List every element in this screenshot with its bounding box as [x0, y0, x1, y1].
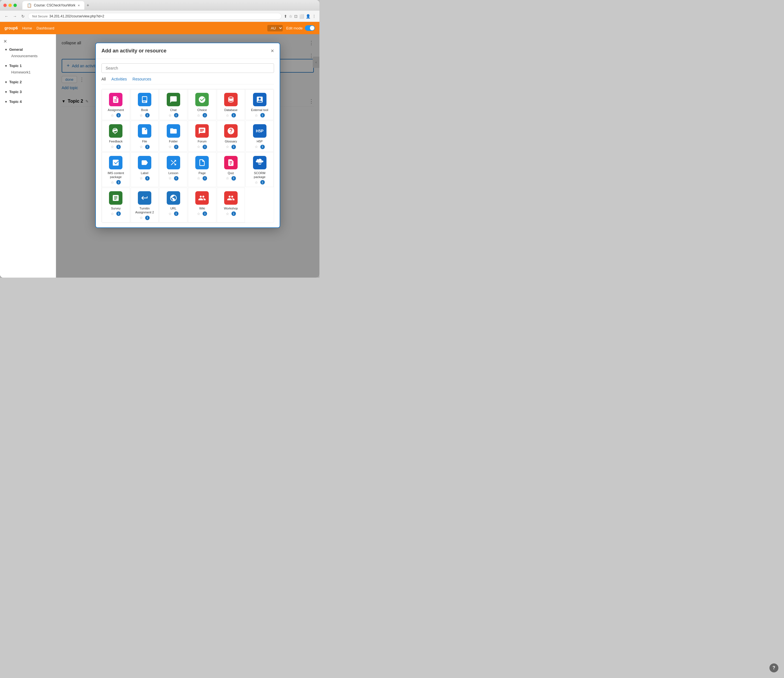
info-button[interactable]: i [202, 211, 207, 216]
info-button[interactable]: i [260, 113, 265, 117]
search-input[interactable] [101, 63, 274, 73]
info-button[interactable]: i [174, 113, 179, 117]
info-button[interactable]: i [145, 113, 149, 117]
sidebar-general-title[interactable]: ▼ General [5, 47, 51, 51]
info-button[interactable]: i [174, 211, 179, 216]
info-button[interactable]: i [260, 145, 265, 149]
star-button[interactable]: ☆ [140, 216, 143, 220]
star-button[interactable]: ☆ [255, 145, 258, 149]
star-button[interactable]: ☆ [111, 180, 114, 184]
fullscreen-traffic-light[interactable] [14, 4, 17, 7]
star-button[interactable]: ☆ [140, 145, 143, 149]
activity-item-choice[interactable]: Choice ☆ i [188, 89, 216, 120]
activity-item-page[interactable]: Page ☆ i [188, 152, 216, 187]
activity-item-label[interactable]: Label ☆ i [131, 152, 159, 187]
star-button[interactable]: ☆ [168, 145, 172, 149]
info-button[interactable]: i [202, 145, 207, 149]
info-button[interactable]: i [116, 180, 121, 184]
share-icon[interactable]: ⬆ [284, 14, 287, 19]
activity-item-url[interactable]: URL ☆ i [159, 188, 187, 223]
activity-item-wiki[interactable]: Wiki ☆ i [188, 188, 216, 223]
new-tab-button[interactable]: + [87, 3, 89, 8]
sidebar-topic2-title[interactable]: ▼ Topic 2 [5, 80, 51, 84]
star-button[interactable]: ☆ [226, 113, 229, 117]
modal-close-button[interactable]: × [271, 48, 274, 54]
activity-item-folder[interactable]: Folder ☆ i [159, 120, 187, 151]
sidebar-item-announcements[interactable]: Announcements [5, 53, 51, 59]
tab-resources[interactable]: Resources [132, 77, 151, 84]
info-button[interactable]: i [145, 145, 149, 149]
menu-icon[interactable]: ⋮ [312, 14, 316, 19]
reload-button[interactable]: ↻ [20, 13, 26, 20]
activity-item-feedback[interactable]: Feedback ☆ i [102, 120, 130, 151]
activity-item-workshop[interactable]: Workshop ☆ i [217, 188, 245, 223]
sidebar-topic3-title[interactable]: ▼ Topic 3 [5, 90, 51, 94]
avatar-icon[interactable]: 👤 [306, 14, 311, 19]
star-button[interactable]: ☆ [197, 113, 200, 117]
star-button[interactable]: ☆ [111, 113, 114, 117]
info-button[interactable]: i [202, 113, 207, 117]
close-traffic-light[interactable] [3, 4, 7, 7]
star-button[interactable]: ☆ [197, 212, 200, 216]
star-button[interactable]: ☆ [226, 212, 229, 216]
info-button[interactable]: i [116, 211, 121, 216]
info-button[interactable]: i [174, 176, 179, 181]
star-button[interactable]: ☆ [255, 113, 258, 117]
tab-close-button[interactable]: ✕ [78, 4, 80, 7]
activity-item-file[interactable]: File ☆ i [131, 120, 159, 151]
bookmark-icon[interactable]: ☆ [289, 14, 292, 19]
star-button[interactable]: ☆ [226, 145, 229, 149]
info-button[interactable]: i [116, 113, 121, 117]
tab-activities[interactable]: Activities [112, 77, 127, 84]
activity-item-ims-content-package[interactable]: IMS content package ☆ i [102, 152, 130, 187]
activity-item-quiz[interactable]: Quiz ☆ i [217, 152, 245, 187]
info-button[interactable]: i [232, 176, 236, 181]
info-button[interactable]: i [145, 176, 149, 181]
star-button[interactable]: ☆ [197, 176, 200, 180]
tabs-icon[interactable]: ⊡ [294, 14, 297, 19]
star-button[interactable]: ☆ [168, 113, 172, 117]
activity-item-forum[interactable]: Forum ☆ i [188, 120, 216, 151]
star-button[interactable]: ☆ [111, 212, 114, 216]
star-button[interactable]: ☆ [197, 145, 200, 149]
star-button[interactable]: ☆ [255, 180, 258, 184]
star-button[interactable]: ☆ [140, 113, 143, 117]
star-button[interactable]: ☆ [168, 176, 172, 180]
info-button[interactable]: i [174, 145, 179, 149]
forward-button[interactable]: → [12, 13, 18, 20]
activity-item-h5p[interactable]: H5P H5P ☆ i [246, 120, 274, 151]
activity-item-assignment[interactable]: Assignment ☆ i [102, 89, 130, 120]
sidebar-item-homework1[interactable]: Homework1 [5, 69, 51, 75]
info-button[interactable]: i [116, 145, 121, 149]
activity-item-turnitin-assignment-2[interactable]: Turnitin Assignment 2 ☆ i [131, 188, 159, 223]
tab-all[interactable]: All [101, 77, 106, 84]
edit-mode-toggle[interactable] [305, 25, 315, 31]
window-icon[interactable]: ⬜ [299, 14, 304, 19]
star-button[interactable]: ☆ [226, 176, 229, 180]
activity-item-scorm-package[interactable]: SCORM package ☆ i [246, 152, 274, 187]
sidebar-topic4-title[interactable]: ▼ Topic 4 [5, 100, 51, 104]
star-button[interactable]: ☆ [140, 176, 143, 180]
info-button[interactable]: i [145, 216, 149, 220]
sidebar-topic1-title[interactable]: ▼ Topic 1 [5, 64, 51, 68]
info-button[interactable]: i [232, 211, 236, 216]
sidebar-close-button[interactable]: ✕ [0, 37, 56, 45]
activity-item-external-tool[interactable]: External tool ☆ i [246, 89, 274, 120]
address-bar[interactable]: Not Secure 34.201.41.202/course/view.php… [28, 13, 282, 20]
activity-item-glossary[interactable]: Glossary ☆ i [217, 120, 245, 151]
star-button[interactable]: ☆ [168, 212, 172, 216]
browser-tab[interactable]: 📋 Course: CSCheckYourWork ✕ [22, 1, 84, 9]
activity-item-book[interactable]: Book ☆ i [131, 89, 159, 120]
minimize-traffic-light[interactable] [8, 4, 12, 7]
info-button[interactable]: i [232, 145, 236, 149]
activity-item-survey[interactable]: Survey ☆ i [102, 188, 130, 223]
activity-item-lesson[interactable]: Lesson ☆ i [159, 152, 187, 187]
activity-item-database[interactable]: Database ☆ i [217, 89, 245, 120]
activity-item-chat[interactable]: Chat ☆ i [159, 89, 187, 120]
home-link[interactable]: Home [22, 26, 32, 30]
back-button[interactable]: ← [3, 13, 9, 20]
star-button[interactable]: ☆ [111, 145, 114, 149]
region-select[interactable]: AU [267, 25, 283, 31]
info-button[interactable]: i [202, 176, 207, 181]
dashboard-link[interactable]: Dashboard [36, 26, 54, 30]
